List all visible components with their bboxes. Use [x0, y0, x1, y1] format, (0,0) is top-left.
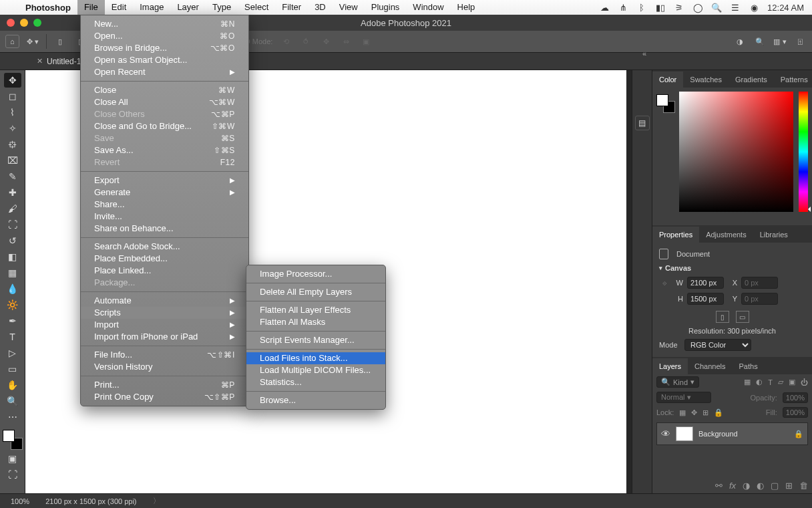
menu-item-generate[interactable]: Generate▶ — [81, 186, 248, 199]
tab-patterns[interactable]: Patterns — [774, 72, 812, 88]
more-tools[interactable]: ⋯ — [4, 410, 21, 424]
menu-item-save-as[interactable]: Save As...⇧⌘S — [81, 144, 248, 156]
fill-input[interactable]: 100% — [783, 407, 808, 418]
new-group-icon[interactable]: ▢ — [771, 481, 779, 491]
menu-item-open-as-smart-object[interactable]: Open as Smart Object... — [81, 54, 248, 66]
lasso-tool[interactable]: ⌇ — [4, 105, 21, 120]
menu-item-search-adobe-stock[interactable]: Search Adobe Stock... — [81, 241, 248, 253]
filter-type-icon[interactable]: T — [768, 378, 773, 386]
menu-item-import-from-iphone-or-ipad[interactable]: Import from iPhone or iPad▶ — [81, 331, 248, 343]
submenu-item-statistics[interactable]: Statistics... — [246, 376, 385, 388]
layer-lock-icon[interactable]: 🔒 — [794, 430, 803, 438]
move-tool[interactable]: ✥ — [4, 73, 21, 88]
menu-item-share-on-behance[interactable]: Share on Behance... — [81, 223, 248, 235]
blur-tool[interactable]: 💧 — [4, 281, 21, 296]
submenu-item-load-multiple-dicom-files[interactable]: Load Multiple DICOM Files... — [246, 364, 385, 376]
menu-file[interactable]: File — [77, 0, 105, 15]
filter-shape-icon[interactable]: ▱ — [778, 378, 783, 386]
menu-item-place-embedded[interactable]: Place Embedded... — [81, 253, 248, 265]
menubar-clock[interactable]: 12:24 AM — [767, 3, 804, 13]
3d-roll-icon[interactable]: ⥀ — [299, 35, 313, 48]
gradient-tool[interactable]: ▦ — [4, 265, 21, 280]
foreground-background-colors[interactable] — [3, 430, 23, 450]
close-tab-icon[interactable]: ✕ — [37, 57, 43, 66]
3d-orbit-icon[interactable]: ⟲ — [279, 35, 292, 48]
eraser-tool[interactable]: ◧ — [4, 249, 21, 264]
submenu-item-flatten-all-masks[interactable]: Flatten All Masks — [246, 316, 385, 328]
menu-edit[interactable]: Edit — [105, 0, 133, 15]
menu-item-file-info[interactable]: File Info...⌥⇧⌘I — [81, 349, 248, 361]
siri-icon[interactable]: ◉ — [749, 2, 759, 13]
document-dims[interactable]: 2100 px x 1500 px (300 ppi) — [45, 497, 136, 505]
menu-item-export[interactable]: Export▶ — [81, 174, 248, 186]
menu-item-scripts[interactable]: Scripts▶ — [81, 307, 248, 319]
tab-channels[interactable]: Channels — [688, 358, 732, 374]
hue-slider[interactable] — [799, 92, 808, 212]
3d-camera-icon[interactable]: ▣ — [359, 35, 373, 48]
lock-pixels-icon[interactable]: ▦ — [679, 408, 686, 417]
history-brush-tool[interactable]: ↺ — [4, 233, 21, 248]
layer-item-background[interactable]: 👁 Background 🔒 — [656, 422, 808, 445]
y-input[interactable] — [741, 293, 778, 305]
menu-window[interactable]: Window — [406, 0, 450, 15]
cloud-docs-icon[interactable]: ◑ — [733, 35, 747, 48]
submenu-item-load-files-into-stack[interactable]: Load Files into Stack... — [246, 352, 385, 364]
menu-item-print-one-copy[interactable]: Print One Copy⌥⇧⌘P — [81, 391, 248, 403]
quick-mask-tool[interactable]: ▣ — [4, 451, 21, 466]
battery-icon[interactable]: ▮▯ — [655, 2, 666, 13]
menu-item-invite[interactable]: Invite... — [81, 211, 248, 223]
workspace-icon[interactable]: ▥ ▾ — [773, 35, 787, 48]
submenu-item-script-events-manager[interactable]: Script Events Manager... — [246, 334, 385, 346]
zoom-level[interactable]: 100% — [11, 497, 29, 505]
x-input[interactable] — [741, 277, 778, 289]
new-layer-icon[interactable]: ⊞ — [785, 481, 793, 491]
search-icon[interactable]: 🔍 — [753, 35, 767, 48]
foreground-color-swatch[interactable] — [3, 430, 15, 442]
menu-item-share[interactable]: Share... — [81, 199, 248, 211]
hand-tool[interactable]: ✋ — [4, 378, 21, 392]
brush-tool[interactable]: 🖌 — [4, 201, 21, 216]
submenu-item-flatten-all-layer-effects[interactable]: Flatten All Layer Effects — [246, 304, 385, 316]
menu-filter[interactable]: Filter — [275, 0, 308, 15]
dodge-tool[interactable]: 🔆 — [4, 297, 21, 312]
tab-swatches[interactable]: Swatches — [683, 72, 729, 88]
eyedropper-tool[interactable]: ✎ — [4, 169, 21, 184]
lock-all-icon[interactable]: 🔒 — [714, 408, 723, 417]
wifi-icon[interactable]: ⚞ — [674, 2, 684, 13]
filter-pixel-icon[interactable]: ▦ — [744, 378, 751, 386]
lock-position-icon[interactable]: ✥ — [691, 408, 697, 417]
bluetooth-icon[interactable]: ᛒ — [636, 2, 647, 13]
path-select-tool[interactable]: ▷ — [4, 346, 21, 360]
menu-select[interactable]: Select — [238, 0, 275, 15]
cloud-sync-icon[interactable]: ☁ — [599, 2, 610, 13]
menu-layer[interactable]: Layer — [170, 0, 206, 15]
new-fill-icon[interactable]: ◐ — [757, 481, 764, 491]
collapse-panels-icon[interactable]: « — [642, 49, 646, 57]
frame-tool[interactable]: ⌧ — [4, 153, 21, 168]
home-button[interactable]: ⌂ — [5, 35, 19, 48]
delete-layer-icon[interactable]: 🗑 — [799, 481, 808, 491]
status-flyout-icon[interactable]: 〉 — [153, 496, 160, 506]
menu-image[interactable]: Image — [133, 0, 170, 15]
link-layers-icon[interactable]: ⚯ — [715, 481, 723, 491]
menu-item-automate[interactable]: Automate▶ — [81, 295, 248, 307]
blend-mode-select[interactable]: Normal ▾ — [656, 392, 711, 403]
filter-smart-icon[interactable]: ▣ — [789, 378, 795, 386]
layer-thumbnail[interactable] — [676, 426, 693, 441]
type-tool[interactable]: T — [4, 330, 21, 344]
submenu-item-browse[interactable]: Browse... — [246, 394, 385, 406]
color-field[interactable] — [679, 92, 793, 212]
menu-item-browse-in-bridge[interactable]: Browse in Bridge...⌥⌘O — [81, 42, 248, 54]
submenu-item-delete-all-empty-layers[interactable]: Delete All Empty Layers — [246, 286, 385, 298]
screen-mode-tool[interactable]: ⛶ — [4, 467, 21, 482]
link-wh-icon[interactable]: ⟐ — [659, 279, 670, 287]
shape-tool[interactable]: ▭ — [4, 362, 21, 376]
move-tool-icon[interactable]: ✥ ▾ — [26, 35, 39, 48]
menu-help[interactable]: Help — [451, 0, 482, 15]
menu-item-close-and-go-to-bridge[interactable]: Close and Go to Bridge...⇧⌘W — [81, 120, 248, 132]
menu-view[interactable]: View — [333, 0, 365, 15]
3d-slide-icon[interactable]: ⇔ — [339, 35, 353, 48]
orientation-portrait-icon[interactable]: ▯ — [716, 311, 729, 323]
filter-toggle-icon[interactable]: ⏻ — [801, 378, 808, 386]
document-tab[interactable]: ✕ Untitled-1 — [30, 57, 87, 66]
